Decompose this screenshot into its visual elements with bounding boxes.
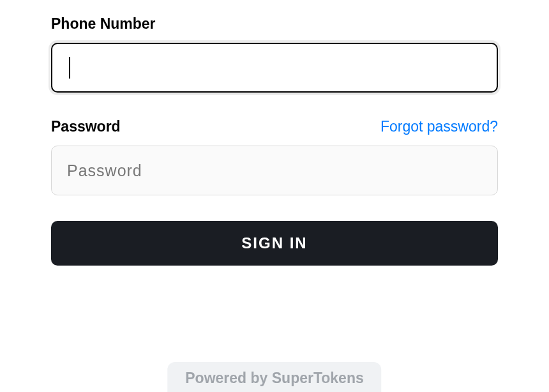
powered-by-brand: SuperTokens [272,370,364,386]
signin-button[interactable]: SIGN IN [51,221,498,266]
phone-label-row: Phone Number [51,15,498,33]
password-input-wrapper [51,146,498,195]
phone-label: Phone Number [51,15,156,33]
text-cursor [69,57,70,79]
password-group: Password Forgot password? [51,118,498,195]
powered-by-prefix: Powered by [185,370,271,386]
forgot-password-link[interactable]: Forgot password? [380,118,498,135]
powered-by-badge: Powered by SuperTokens [167,362,381,392]
signin-card: Phone Number Password Forgot password? S… [0,0,549,392]
password-input[interactable] [51,146,498,195]
phone-input[interactable] [51,43,498,93]
password-label-row: Password Forgot password? [51,118,498,135]
password-label: Password [51,118,121,135]
phone-input-wrapper [51,43,498,93]
phone-group: Phone Number [51,15,498,93]
